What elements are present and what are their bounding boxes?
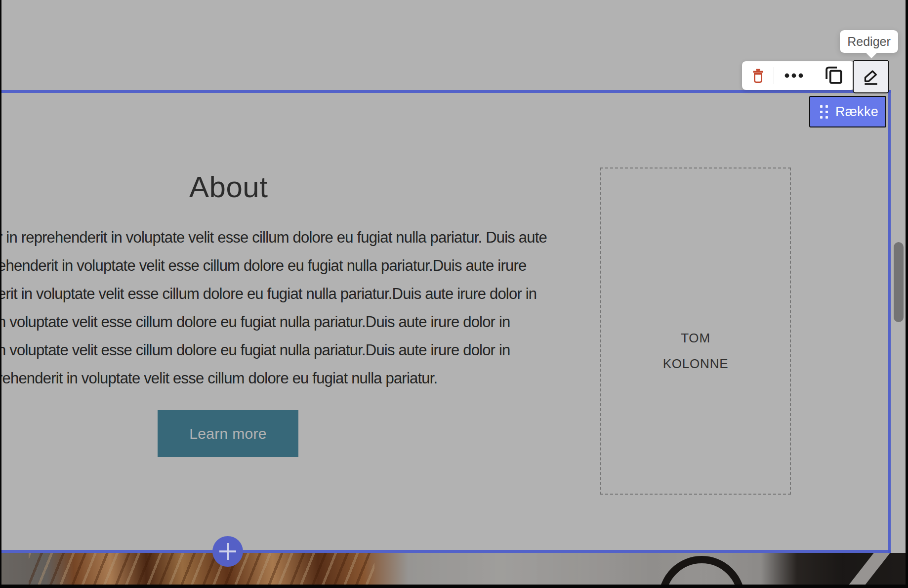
more-options-icon — [784, 73, 804, 78]
tooltip-label: Rediger — [847, 35, 891, 49]
window-frame-right — [906, 0, 908, 588]
scrollbar-thumb[interactable] — [894, 242, 904, 322]
duplicate-icon — [825, 66, 843, 85]
editor-viewport: About r in reprehenderit in voluptate ve… — [0, 0, 908, 588]
rediger-tooltip: Rediger — [840, 30, 898, 53]
add-row-button[interactable] — [212, 536, 243, 567]
row-handle-label: Række — [835, 104, 878, 120]
window-frame-left — [0, 0, 1, 588]
delete-icon — [751, 68, 765, 84]
delete-button[interactable] — [742, 61, 774, 90]
row-selection-border-top — [1, 90, 891, 93]
drag-handle-icon — [820, 105, 828, 119]
more-options-button[interactable] — [774, 61, 814, 90]
window-frame-bottom — [0, 585, 908, 588]
edit-button[interactable] — [853, 60, 889, 93]
row-toolbar — [742, 61, 855, 90]
row-handle-button[interactable]: Række — [809, 96, 886, 127]
row-selection-border-right — [888, 90, 891, 553]
duplicate-button[interactable] — [814, 61, 854, 90]
row-selection-border-bottom — [1, 550, 891, 553]
edit-icon — [862, 68, 880, 85]
